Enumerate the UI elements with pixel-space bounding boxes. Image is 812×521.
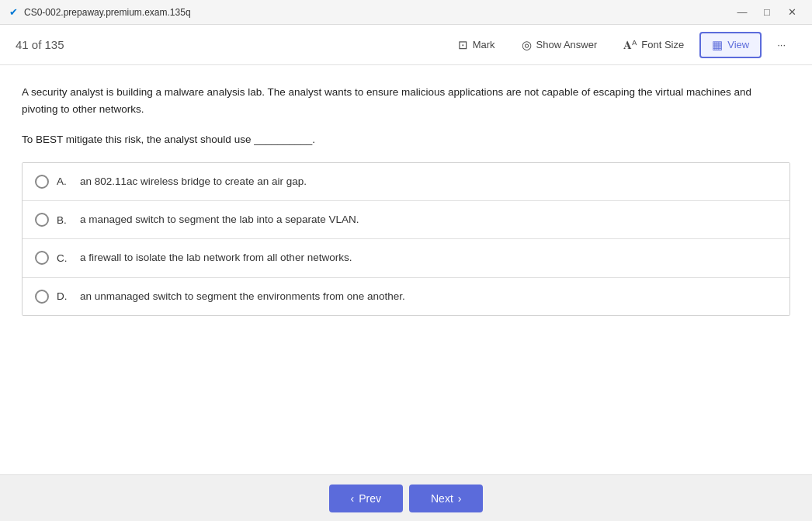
close-button[interactable]: ✕	[781, 5, 803, 20]
next-label: Next	[431, 492, 453, 505]
question-paragraph: A security analyst is building a malware…	[22, 84, 790, 117]
option-d-letter: D.	[57, 290, 72, 302]
font-size-label: Font Size	[641, 39, 684, 50]
view-icon: ▦	[712, 38, 723, 52]
minimize-button[interactable]: —	[731, 5, 753, 20]
maximize-button[interactable]: □	[756, 5, 778, 20]
option-a-letter: A.	[57, 175, 72, 187]
mark-button[interactable]: ⊡ Mark	[447, 33, 506, 57]
prev-button[interactable]: ‹ Prev	[329, 485, 403, 512]
option-b-letter: B.	[57, 214, 72, 226]
radio-d[interactable]	[35, 290, 49, 304]
font-size-icon: 𝐀ᴬ	[623, 38, 637, 52]
radio-c[interactable]	[35, 251, 49, 265]
eye-icon: ◎	[522, 38, 532, 52]
more-button[interactable]: ···	[766, 34, 796, 55]
show-answer-button[interactable]: ◎ Show Answer	[511, 33, 609, 57]
option-b[interactable]: B. a managed switch to segment the lab i…	[23, 201, 789, 239]
toolbar: 41 of 135 ⊡ Mark ◎ Show Answer 𝐀ᴬ Font S…	[0, 25, 812, 65]
more-icon: ···	[777, 39, 786, 50]
option-c-text: a firewall to isolate the lab network fr…	[80, 250, 352, 266]
next-arrow-icon: ›	[458, 492, 462, 505]
titlebar-left: ✔ CS0-002.prepaway.premium.exam.135q	[9, 6, 191, 18]
show-answer-label: Show Answer	[536, 39, 598, 50]
titlebar: ✔ CS0-002.prepaway.premium.exam.135q — □…	[0, 0, 812, 25]
prev-label: Prev	[359, 492, 381, 505]
view-button[interactable]: ▦ View	[699, 32, 762, 58]
titlebar-controls: — □ ✕	[731, 5, 803, 20]
option-b-text: a managed switch to segment the lab into…	[80, 212, 359, 228]
option-c-letter: C.	[57, 252, 72, 264]
option-c[interactable]: C. a firewall to isolate the lab network…	[23, 239, 789, 277]
view-label: View	[727, 39, 749, 50]
option-a[interactable]: A. an 802.11ac wireless bridge to create…	[23, 163, 789, 201]
option-d[interactable]: D. an unmanaged switch to segment the en…	[23, 278, 789, 315]
prev-arrow-icon: ‹	[351, 492, 355, 505]
check-icon: ✔	[9, 6, 18, 18]
footer: ‹ Prev Next ›	[0, 474, 812, 521]
main-content: A security analyst is building a malware…	[0, 65, 812, 474]
toolbar-actions: ⊡ Mark ◎ Show Answer 𝐀ᴬ Font Size ▦ View…	[447, 32, 796, 58]
option-a-text: an 802.11ac wireless bridge to create an…	[80, 174, 307, 189]
mark-label: Mark	[473, 39, 495, 50]
next-button[interactable]: Next ›	[409, 485, 483, 512]
font-size-button[interactable]: 𝐀ᴬ Font Size	[612, 33, 695, 57]
titlebar-title: CS0-002.prepaway.premium.exam.135q	[24, 7, 191, 18]
question-stem: To BEST mitigate this risk, the analyst …	[22, 131, 790, 148]
options-container: A. an 802.11ac wireless bridge to create…	[22, 162, 790, 316]
question-progress: 41 of 135	[16, 38, 64, 51]
option-d-text: an unmanaged switch to segment the envir…	[80, 289, 405, 304]
bookmark-icon: ⊡	[458, 38, 468, 52]
radio-b[interactable]	[35, 213, 49, 227]
radio-a[interactable]	[35, 175, 49, 189]
